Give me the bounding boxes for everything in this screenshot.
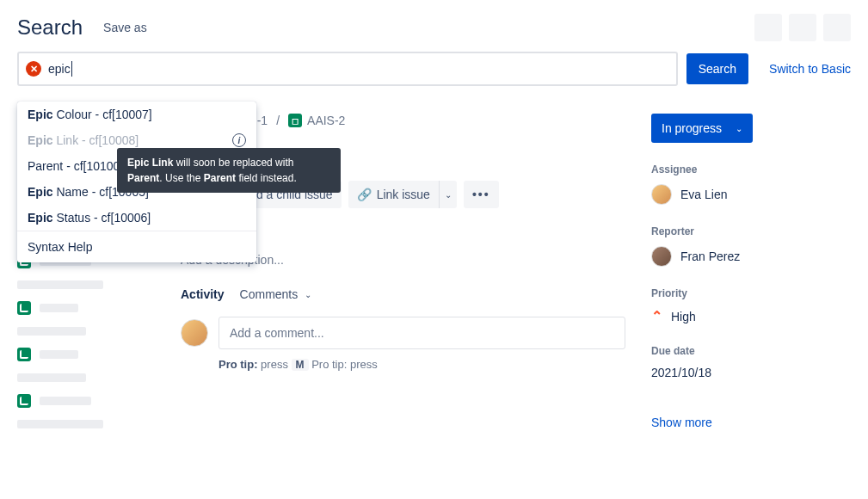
comment-protip: Pro tip: press M Pro tip: press [219, 358, 625, 371]
result-row[interactable] [17, 394, 155, 408]
syntax-help-link[interactable]: Syntax Help [17, 231, 256, 262]
jql-input[interactable]: ✕ epic [17, 52, 678, 86]
assignee-label: Assignee [651, 163, 851, 176]
priority-high-icon: ⌃ [651, 308, 662, 324]
more-actions-button[interactable]: ••• [464, 181, 499, 208]
chevron-down-icon: ⌄ [445, 190, 452, 200]
suggestion-item[interactable]: Epic Colour - cf[10007] [17, 102, 256, 127]
user-avatar [651, 246, 672, 267]
save-as-link[interactable]: Save as [103, 21, 147, 34]
info-icon[interactable]: i [232, 133, 246, 147]
add-comment-input[interactable]: Add a comment... [219, 317, 625, 349]
user-avatar [181, 319, 208, 347]
link-issue-dropdown[interactable]: ⌄ [439, 181, 457, 208]
story-icon [17, 301, 31, 315]
suggestion-item[interactable]: Epic Status - cf[10006] [17, 205, 256, 231]
status-dropdown[interactable]: In progress ⌄ [651, 114, 753, 143]
assignee-field[interactable]: Eva Lien [651, 184, 851, 205]
header-action-2[interactable] [789, 14, 816, 41]
activity-tab-select[interactable]: Comments ⌄ [240, 287, 312, 301]
ellipsis-icon: ••• [472, 188, 490, 201]
search-button[interactable]: Search [686, 53, 748, 84]
show-more-link[interactable]: Show more [651, 416, 712, 429]
priority-field[interactable]: ⌃ High [651, 308, 851, 324]
link-icon: 🔗 [357, 188, 372, 201]
chevron-down-icon: ⌄ [736, 124, 742, 133]
page-title: Search [17, 15, 83, 40]
reporter-field[interactable]: Fran Perez [651, 246, 851, 267]
header-action-3[interactable] [823, 14, 851, 41]
text-cursor [71, 61, 72, 77]
issue-details-panel: In progress ⌄ Assignee Eva Lien Reporter… [651, 108, 851, 440]
story-link[interactable]: ◻ AAIS-2 [288, 114, 345, 127]
priority-label: Priority [651, 287, 851, 299]
reporter-label: Reporter [651, 225, 851, 237]
link-issue-button[interactable]: 🔗 Link issue [348, 181, 439, 208]
result-row[interactable] [17, 301, 155, 315]
activity-label: Activity [181, 287, 225, 301]
header-action-1[interactable] [754, 14, 782, 41]
user-avatar [651, 184, 672, 205]
story-icon [17, 348, 31, 361]
header-actions [754, 14, 851, 41]
switch-to-basic-link[interactable]: Switch to Basic [769, 62, 851, 76]
deprecation-tooltip: Epic Link will soon be replaced with Par… [117, 148, 341, 193]
due-date-label: Due date [651, 345, 851, 357]
chevron-down-icon: ⌄ [305, 290, 311, 299]
error-icon: ✕ [26, 61, 41, 77]
result-row[interactable] [17, 348, 155, 361]
due-date-field[interactable]: 2021/10/18 [651, 366, 851, 379]
story-icon: ◻ [288, 114, 302, 127]
story-icon [17, 394, 31, 408]
jql-text: epic [48, 61, 72, 77]
